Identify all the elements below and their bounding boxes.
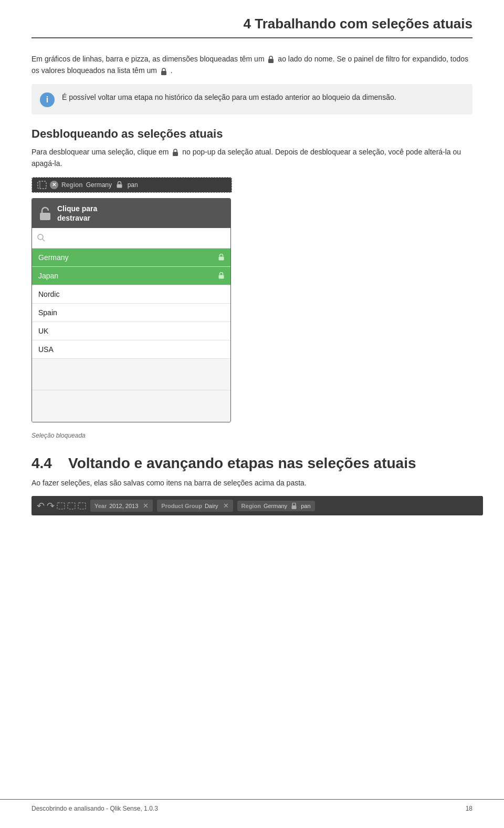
toolbar-productgroup-label: Product Group [161, 503, 202, 509]
toolbar-item-productgroup[interactable]: Product Group Dairy ✕ [157, 500, 233, 512]
list-item-uk[interactable]: UK [32, 322, 230, 340]
selection-bar-label: Region [61, 181, 83, 189]
svg-rect-5 [117, 184, 122, 188]
list-item-empty2 [32, 390, 230, 422]
toolbar-region-label: Region [242, 503, 261, 509]
svg-point-7 [38, 234, 43, 240]
svg-rect-12 [68, 503, 75, 509]
toolbar-item-region[interactable]: Region Germany pan [237, 501, 315, 511]
toolbar-sel-icon2 [67, 502, 76, 510]
list-item-nordic[interactable]: Nordic [32, 285, 230, 304]
list-items: Germany Japan Nordic Spain UK [32, 249, 230, 422]
search-icon [37, 234, 45, 242]
toolbar-productgroup-value: Dairy [205, 503, 218, 509]
search-row[interactable] [32, 228, 230, 249]
footer-right: 18 [466, 805, 472, 812]
list-item-label: Nordic [38, 290, 59, 298]
toolbar-productgroup-close[interactable]: ✕ [223, 502, 229, 510]
caption: Seleção bloqueada [32, 432, 472, 439]
selection-bar-values: Germany [86, 181, 114, 189]
toolbar-region-value: Germany [264, 503, 289, 509]
info-box-text: É possível voltar uma etapa no histórico… [62, 91, 396, 103]
section-unlock-heading: Desbloqueando as seleções atuais [32, 127, 472, 141]
list-item-label: Spain [38, 308, 57, 317]
bottom-toolbar: ↶ ↷ Year 2012, 2013 ✕ Product Group Dair… [32, 496, 483, 515]
intro-line1: Em gráficos de linhas, barra e pizza, as… [32, 55, 266, 63]
toolbar-year-label: Year [94, 503, 107, 509]
toolbar-region-value2: pan [299, 503, 310, 509]
svg-rect-6 [40, 213, 50, 220]
list-item-spain[interactable]: Spain [32, 304, 230, 322]
toolbar-sel-icon1 [57, 502, 65, 510]
info-box: i É possível voltar uma etapa no históri… [32, 84, 472, 115]
lock-icon-inline3 [172, 149, 179, 156]
section-unlock-para: Para desbloquear uma seleção, clique em … [32, 146, 472, 170]
page-title: 4 Trabalhando com seleções atuais [32, 16, 472, 32]
page-footer: Descobrindo e analisando - Qlik Sense, 1… [0, 799, 504, 817]
selection-bar-wrapper: ✕ Region Germany pan [32, 177, 232, 193]
toolbar-year-close[interactable]: ✕ [143, 502, 149, 510]
svg-rect-11 [57, 503, 65, 509]
list-item-label: Japan [38, 272, 58, 280]
unlock-lock-icon [39, 206, 51, 220]
unlock-button-label: Clique para destravar [57, 204, 97, 223]
list-item-japan[interactable]: Japan [32, 267, 230, 285]
toolbar-year-value: 2012, 2013 [109, 503, 138, 509]
selection-close-btn[interactable]: ✕ [50, 181, 58, 189]
svg-rect-9 [219, 257, 224, 261]
list-item-label: UK [38, 327, 48, 335]
search-input[interactable] [48, 232, 225, 244]
selection-bar-lock-icon [117, 181, 122, 188]
list-item-lock-icon [218, 272, 224, 279]
svg-rect-14 [292, 505, 297, 509]
svg-rect-13 [78, 503, 86, 509]
svg-rect-10 [219, 275, 224, 279]
unlock-row[interactable]: Clique para destravar [32, 199, 230, 228]
intro-line2-suffix: . [171, 66, 173, 75]
info-icon: i [40, 92, 55, 107]
toolbar-forward-icon[interactable]: ↷ [47, 500, 55, 512]
svg-rect-3 [38, 181, 46, 189]
list-item-lock-icon [218, 254, 224, 261]
intro-text: Em gráficos de linhas, barra e pizza, as… [32, 53, 472, 77]
svg-rect-1 [161, 71, 166, 75]
section-44-title: Voltando e avançando etapas nas seleções… [68, 455, 416, 471]
toolbar-item-year[interactable]: Year 2012, 2013 ✕ [90, 500, 153, 512]
list-item-usa[interactable]: USA [32, 340, 230, 359]
toolbar-nav-icons[interactable]: ↶ ↷ [37, 500, 86, 512]
list-item-label: USA [38, 345, 54, 354]
section-44-heading: 4.4 Voltando e avançando etapas nas sele… [32, 455, 472, 472]
lock-icon-inline1 [267, 56, 275, 63]
lock-icon-inline2 [160, 68, 167, 75]
svg-rect-0 [268, 59, 274, 63]
section-44-number: 4.4 [32, 455, 52, 471]
footer-left: Descobrindo e analisando - Qlik Sense, 1… [32, 805, 158, 812]
toolbar-back-icon[interactable]: ↶ [37, 500, 45, 512]
svg-rect-2 [173, 152, 178, 156]
list-item-label: Germany [38, 253, 69, 262]
svg-line-8 [43, 239, 45, 241]
toolbar-region-lock-icon [291, 503, 297, 509]
list-item-empty1 [32, 359, 230, 390]
selection-bar-values2: pan [125, 181, 138, 189]
page-header: 4 Trabalhando com seleções atuais [32, 16, 472, 38]
popup-container: Clique para destravar Germany Japan [32, 198, 231, 422]
list-item-germany[interactable]: Germany [32, 249, 230, 267]
selection-dashed-icon [37, 181, 47, 189]
selection-bar[interactable]: ✕ Region Germany pan [32, 178, 232, 192]
toolbar-sel-icon3 [78, 502, 86, 510]
section-44-para: Ao fazer seleções, elas são salvas como … [32, 477, 472, 489]
